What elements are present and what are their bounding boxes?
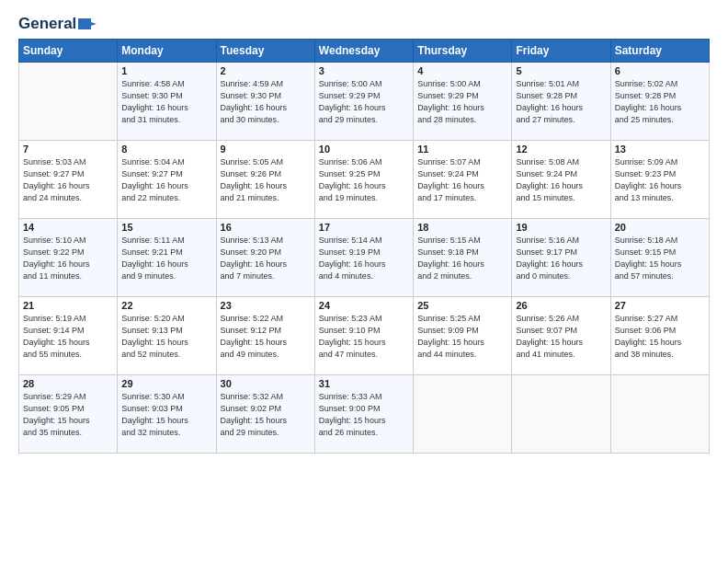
day-number: 19	[516, 222, 606, 233]
calendar-cell: 2Sunrise: 4:59 AM Sunset: 9:30 PM Daylig…	[216, 63, 314, 141]
day-info: Sunrise: 5:27 AM Sunset: 9:06 PM Dayligh…	[615, 313, 705, 361]
calendar-week-2: 7Sunrise: 5:03 AM Sunset: 9:27 PM Daylig…	[19, 141, 710, 219]
day-number: 29	[121, 378, 211, 389]
calendar-cell: 20Sunrise: 5:18 AM Sunset: 9:15 PM Dayli…	[610, 219, 709, 297]
calendar-cell: 6Sunrise: 5:02 AM Sunset: 9:28 PM Daylig…	[610, 63, 709, 141]
day-number: 25	[417, 300, 507, 311]
day-number: 23	[221, 300, 311, 311]
day-number: 30	[221, 378, 311, 389]
day-number: 9	[221, 144, 311, 155]
day-info: Sunrise: 5:16 AM Sunset: 9:17 PM Dayligh…	[516, 235, 606, 282]
calendar-cell: 31Sunrise: 5:33 AM Sunset: 9:00 PM Dayli…	[314, 375, 413, 454]
day-info: Sunrise: 5:19 AM Sunset: 9:14 PM Dayligh…	[23, 313, 113, 361]
svg-marker-0	[78, 18, 97, 29]
weekday-header-wednesday: Wednesday	[314, 40, 413, 63]
calendar-cell	[19, 63, 118, 141]
calendar-cell: 1Sunrise: 4:58 AM Sunset: 9:30 PM Daylig…	[118, 63, 216, 141]
day-info: Sunrise: 5:06 AM Sunset: 9:25 PM Dayligh…	[319, 156, 409, 204]
day-number: 31	[319, 378, 409, 389]
day-info: Sunrise: 5:29 AM Sunset: 9:05 PM Dayligh…	[23, 391, 113, 439]
day-number: 14	[23, 222, 113, 233]
day-info: Sunrise: 5:18 AM Sunset: 9:15 PM Dayligh…	[615, 235, 705, 282]
day-number: 4	[417, 65, 507, 76]
day-info: Sunrise: 5:11 AM Sunset: 9:21 PM Dayligh…	[121, 235, 211, 282]
day-number: 3	[319, 65, 409, 76]
calendar-cell: 29Sunrise: 5:30 AM Sunset: 9:03 PM Dayli…	[118, 375, 216, 454]
calendar-cell	[414, 375, 512, 454]
day-info: Sunrise: 5:32 AM Sunset: 9:02 PM Dayligh…	[221, 391, 311, 439]
day-info: Sunrise: 5:10 AM Sunset: 9:22 PM Dayligh…	[23, 235, 113, 282]
calendar-table: SundayMondayTuesdayWednesdayThursdayFrid…	[18, 39, 710, 454]
calendar-cell: 5Sunrise: 5:01 AM Sunset: 9:28 PM Daylig…	[512, 63, 610, 141]
day-number: 24	[319, 300, 409, 311]
day-info: Sunrise: 5:02 AM Sunset: 9:28 PM Dayligh…	[615, 78, 705, 126]
calendar-cell: 28Sunrise: 5:29 AM Sunset: 9:05 PM Dayli…	[19, 375, 118, 454]
calendar-week-1: 1Sunrise: 4:58 AM Sunset: 9:30 PM Daylig…	[19, 63, 710, 141]
calendar-cell: 23Sunrise: 5:22 AM Sunset: 9:12 PM Dayli…	[216, 297, 314, 375]
day-info: Sunrise: 5:23 AM Sunset: 9:10 PM Dayligh…	[319, 313, 409, 361]
day-number: 15	[121, 222, 211, 233]
day-number: 26	[516, 300, 606, 311]
calendar-cell: 21Sunrise: 5:19 AM Sunset: 9:14 PM Dayli…	[19, 297, 118, 375]
logo-arrow-icon	[78, 17, 97, 31]
day-number: 18	[417, 222, 507, 233]
day-info: Sunrise: 5:08 AM Sunset: 9:24 PM Dayligh…	[516, 156, 606, 204]
calendar-cell: 3Sunrise: 5:00 AM Sunset: 9:29 PM Daylig…	[314, 63, 413, 141]
weekday-header-monday: Monday	[118, 40, 216, 63]
day-number: 6	[615, 65, 705, 76]
calendar-cell: 22Sunrise: 5:20 AM Sunset: 9:13 PM Dayli…	[118, 297, 216, 375]
calendar-cell: 7Sunrise: 5:03 AM Sunset: 9:27 PM Daylig…	[19, 141, 118, 219]
calendar-page: General SundayMondayTuesdayWednesdayThur…	[0, 0, 728, 563]
day-number: 7	[23, 144, 113, 155]
day-info: Sunrise: 5:09 AM Sunset: 9:23 PM Dayligh…	[615, 156, 705, 204]
calendar-cell	[512, 375, 610, 454]
day-number: 2	[221, 65, 311, 76]
calendar-cell: 4Sunrise: 5:00 AM Sunset: 9:29 PM Daylig…	[414, 63, 512, 141]
day-info: Sunrise: 5:30 AM Sunset: 9:03 PM Dayligh…	[121, 391, 211, 439]
day-number: 8	[121, 144, 211, 155]
calendar-cell: 24Sunrise: 5:23 AM Sunset: 9:10 PM Dayli…	[314, 297, 413, 375]
day-number: 16	[221, 222, 311, 233]
calendar-cell: 16Sunrise: 5:13 AM Sunset: 9:20 PM Dayli…	[216, 219, 314, 297]
day-number: 5	[516, 65, 606, 76]
weekday-header-saturday: Saturday	[610, 40, 709, 63]
day-info: Sunrise: 5:20 AM Sunset: 9:13 PM Dayligh…	[121, 313, 211, 361]
day-info: Sunrise: 5:05 AM Sunset: 9:26 PM Dayligh…	[221, 156, 311, 204]
calendar-cell: 14Sunrise: 5:10 AM Sunset: 9:22 PM Dayli…	[19, 219, 118, 297]
day-info: Sunrise: 5:15 AM Sunset: 9:18 PM Dayligh…	[417, 235, 507, 282]
day-info: Sunrise: 5:26 AM Sunset: 9:07 PM Dayligh…	[516, 313, 606, 361]
day-number: 22	[121, 300, 211, 311]
calendar-cell: 19Sunrise: 5:16 AM Sunset: 9:17 PM Dayli…	[512, 219, 610, 297]
calendar-cell: 9Sunrise: 5:05 AM Sunset: 9:26 PM Daylig…	[216, 141, 314, 219]
calendar-cell: 15Sunrise: 5:11 AM Sunset: 9:21 PM Dayli…	[118, 219, 216, 297]
calendar-cell: 30Sunrise: 5:32 AM Sunset: 9:02 PM Dayli…	[216, 375, 314, 454]
weekday-header-sunday: Sunday	[19, 40, 118, 63]
calendar-cell: 10Sunrise: 5:06 AM Sunset: 9:25 PM Dayli…	[314, 141, 413, 219]
calendar-cell: 18Sunrise: 5:15 AM Sunset: 9:18 PM Dayli…	[414, 219, 512, 297]
calendar-cell: 26Sunrise: 5:26 AM Sunset: 9:07 PM Dayli…	[512, 297, 610, 375]
day-info: Sunrise: 4:58 AM Sunset: 9:30 PM Dayligh…	[121, 78, 211, 126]
header: General	[18, 15, 710, 31]
logo: General	[18, 15, 97, 31]
day-info: Sunrise: 5:14 AM Sunset: 9:19 PM Dayligh…	[319, 235, 409, 282]
weekday-header-tuesday: Tuesday	[216, 40, 314, 63]
day-info: Sunrise: 5:07 AM Sunset: 9:24 PM Dayligh…	[417, 156, 507, 204]
day-number: 28	[23, 378, 113, 389]
day-number: 10	[319, 144, 409, 155]
weekday-header-thursday: Thursday	[414, 40, 512, 63]
day-info: Sunrise: 5:03 AM Sunset: 9:27 PM Dayligh…	[23, 156, 113, 204]
day-number: 27	[615, 300, 705, 311]
calendar-cell: 8Sunrise: 5:04 AM Sunset: 9:27 PM Daylig…	[118, 141, 216, 219]
calendar-cell: 27Sunrise: 5:27 AM Sunset: 9:06 PM Dayli…	[610, 297, 709, 375]
day-info: Sunrise: 4:59 AM Sunset: 9:30 PM Dayligh…	[221, 78, 311, 126]
calendar-cell: 11Sunrise: 5:07 AM Sunset: 9:24 PM Dayli…	[414, 141, 512, 219]
calendar-cell	[610, 375, 709, 454]
day-number: 13	[615, 144, 705, 155]
calendar-week-3: 14Sunrise: 5:10 AM Sunset: 9:22 PM Dayli…	[19, 219, 710, 297]
weekday-header-friday: Friday	[512, 40, 610, 63]
day-info: Sunrise: 5:04 AM Sunset: 9:27 PM Dayligh…	[121, 156, 211, 204]
calendar-cell: 17Sunrise: 5:14 AM Sunset: 9:19 PM Dayli…	[314, 219, 413, 297]
calendar-cell: 13Sunrise: 5:09 AM Sunset: 9:23 PM Dayli…	[610, 141, 709, 219]
calendar-cell: 25Sunrise: 5:25 AM Sunset: 9:09 PM Dayli…	[414, 297, 512, 375]
day-info: Sunrise: 5:33 AM Sunset: 9:00 PM Dayligh…	[319, 391, 409, 439]
